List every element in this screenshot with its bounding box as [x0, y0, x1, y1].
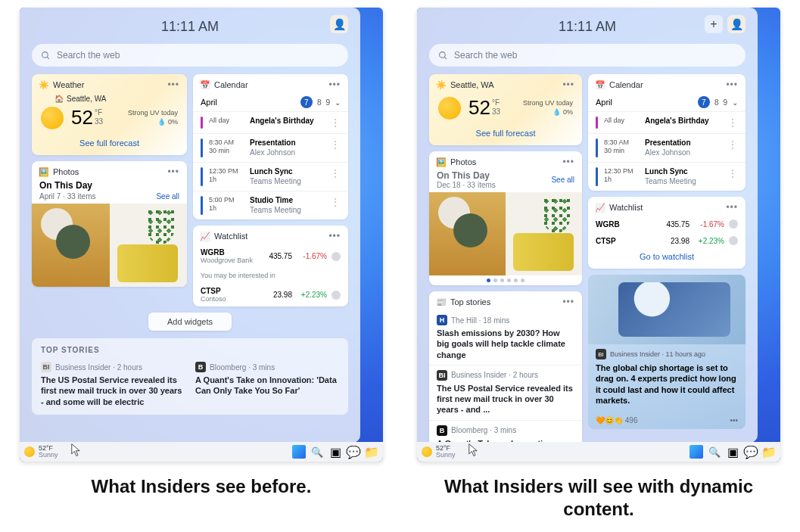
- photos-grid[interactable]: [32, 204, 187, 287]
- start-button[interactable]: [292, 445, 306, 459]
- svg-line-1: [47, 57, 49, 59]
- more-icon[interactable]: •••: [730, 416, 738, 425]
- feature-image: [588, 275, 746, 344]
- watchlist-card[interactable]: 📈Watchlist ••• WGRB435.75-1.67% CTSP23.9…: [588, 197, 746, 269]
- photos-icon: 🖼️: [39, 167, 48, 176]
- calendar-event[interactable]: 12:30 PM1h Lunch SyncTeams Meeting ⋮: [588, 162, 746, 191]
- more-icon[interactable]: •••: [726, 202, 738, 213]
- search-icon: [41, 51, 51, 61]
- task-view-icon[interactable]: ▣: [726, 445, 739, 459]
- photos-icon: 🖼️: [437, 157, 446, 166]
- explorer-icon[interactable]: 📁: [365, 445, 378, 459]
- calendar-event[interactable]: 12:30 PM1h Lunch SyncTeams Meeting ⋮: [193, 162, 348, 191]
- watchlist-icon: 📈: [596, 203, 605, 212]
- more-icon[interactable]: •••: [562, 297, 574, 307]
- top-stories-card: TOP STORIES BIBusiness Insider · 2 hours…: [32, 338, 348, 415]
- news-icon: 📰: [437, 297, 446, 306]
- explorer-icon[interactable]: 📁: [762, 445, 776, 459]
- weather-location: 🏠Seattle, WA: [32, 93, 187, 103]
- feature-story-card[interactable]: BIBusiness Insider · 11 hours ago The gl…: [588, 275, 746, 429]
- avatar[interactable]: 👤: [330, 15, 348, 33]
- calendar-card[interactable]: 📅Calendar ••• April 7 8 9 ⌄: [193, 74, 348, 219]
- weather-card[interactable]: ☀️Weather ••• 🏠Seattle, WA 52°F33 Strong…: [32, 74, 187, 155]
- calendar-event[interactable]: 5:00 PM1h Studio TimeTeams Meeting ⋮: [193, 191, 348, 219]
- caption-left: What Insiders see before.: [92, 475, 312, 498]
- reactions[interactable]: 🧡😊👏 496: [596, 416, 637, 425]
- widgets-panel: 11:11 AM 👤 Search the web ☀️Weather •••: [20, 8, 360, 443]
- calendar-dates[interactable]: 7 8 9 ⌄: [300, 96, 341, 108]
- top-stories-label: TOP STORIES: [41, 346, 339, 354]
- taskbar-search-icon[interactable]: 🔍: [310, 445, 324, 459]
- caption-right: What Insiders will see with dynamic cont…: [440, 475, 758, 521]
- photos-card[interactable]: 🖼️Photos ••• On This DayDec 18 · 33 item…: [429, 151, 582, 285]
- panel-time: 11:11 AM: [559, 19, 616, 35]
- chevron-down-icon[interactable]: ⌄: [335, 98, 341, 107]
- more-icon[interactable]: •••: [726, 79, 738, 90]
- photos-title: Photos: [53, 167, 79, 176]
- add-widgets-button[interactable]: Add widgets: [148, 313, 232, 331]
- more-icon[interactable]: •••: [167, 79, 179, 90]
- calendar-icon: 📅: [201, 80, 210, 89]
- task-view-icon[interactable]: ▣: [328, 445, 342, 459]
- watchlist-card[interactable]: 📈Watchlist ••• WGRBWoodgrove Bank 435.75…: [193, 226, 348, 306]
- calendar-month: April: [201, 98, 217, 107]
- sun-icon: [41, 107, 64, 129]
- taskbar[interactable]: 52°FSunny 🔍 ▣ 💬 📁: [417, 442, 780, 462]
- weather-location: Seattle, WA: [450, 80, 494, 89]
- story-item[interactable]: BBloomberg · 3 minsA Quant's Take on Inn…: [429, 420, 582, 443]
- right-desktop: 11:11 AM + 👤 Search the web ☀️Seattle, W…: [417, 8, 780, 462]
- see-all-link[interactable]: See all: [551, 176, 574, 184]
- top-stories-card[interactable]: 📰Top stories ••• HThe Hill · 18 minsSlas…: [429, 291, 582, 443]
- see-forecast-link[interactable]: See full forecast: [32, 135, 187, 155]
- carousel-dots[interactable]: [429, 275, 582, 285]
- chat-icon[interactable]: 💬: [744, 445, 758, 459]
- sun-icon: [24, 446, 35, 457]
- taskbar-search-icon[interactable]: 🔍: [708, 445, 721, 459]
- taskbar-weather[interactable]: 52°FSunny: [24, 445, 58, 459]
- chevron-down-icon[interactable]: ⌄: [732, 98, 738, 107]
- widgets-panel: 11:11 AM + 👤 Search the web ☀️Seattle, W…: [417, 8, 758, 443]
- start-button[interactable]: [689, 445, 703, 459]
- story-item[interactable]: HThe Hill · 18 minsSlash emissions by 20…: [429, 310, 582, 365]
- calendar-event[interactable]: 8:30 AM30 min PresentationAlex Johnson ⋮: [588, 133, 746, 162]
- add-button[interactable]: +: [705, 15, 723, 33]
- taskbar-weather[interactable]: 52°FSunny: [422, 445, 456, 459]
- left-desktop: 11:11 AM 👤 Search the web ☀️Weather •••: [20, 8, 383, 462]
- svg-point-0: [42, 51, 48, 58]
- more-icon[interactable]: •••: [167, 166, 179, 177]
- calendar-event[interactable]: 8:30 AM30 min PresentationAlex Johnson ⋮: [193, 133, 348, 162]
- weather-icon: ☀️: [437, 80, 446, 89]
- search-input[interactable]: Search the web: [32, 44, 348, 67]
- cursor-icon: [468, 443, 479, 457]
- weather-card[interactable]: ☀️Seattle, WA ••• 52°F33 Strong UV today…: [429, 74, 582, 145]
- story-item[interactable]: BIBusiness Insider · 2 hours The US Post…: [41, 362, 185, 407]
- more-icon[interactable]: •••: [562, 79, 574, 90]
- watchlist-note: You may be interested in: [201, 272, 275, 279]
- story-item[interactable]: BIBusiness Insider · 2 hoursThe US Posta…: [429, 365, 582, 420]
- weather-temp: 52: [71, 106, 93, 129]
- taskbar[interactable]: 52°FSunny 🔍 ▣ 💬 📁: [20, 442, 383, 462]
- calendar-event[interactable]: All day Angela's Birthday ⋮: [588, 111, 746, 133]
- chat-icon[interactable]: 💬: [347, 445, 360, 459]
- calendar-card[interactable]: 📅Calendar ••• April 7 8 9 ⌄: [588, 74, 746, 191]
- svg-point-2: [440, 51, 446, 58]
- weather-title: Weather: [53, 80, 84, 89]
- more-icon[interactable]: •••: [328, 79, 341, 90]
- photos-grid[interactable]: [429, 192, 582, 275]
- search-input[interactable]: Search the web: [429, 44, 746, 67]
- more-icon[interactable]: •••: [328, 231, 341, 241]
- calendar-event[interactable]: All day Angela's Birthday ⋮: [193, 111, 348, 133]
- calendar-dates[interactable]: 7 8 9 ⌄: [698, 96, 738, 108]
- see-all-link[interactable]: See all: [156, 192, 179, 201]
- watchlist-link[interactable]: Go to watchlist: [588, 249, 746, 269]
- more-icon[interactable]: •••: [562, 157, 574, 167]
- photos-meta: April 7 · 33 items: [39, 192, 95, 201]
- search-icon: [438, 51, 448, 61]
- search-placeholder: Search the web: [57, 50, 120, 61]
- photos-card[interactable]: 🖼️Photos ••• On This Day April 7 · 33 it…: [32, 161, 187, 287]
- watchlist-title: Watchlist: [214, 232, 247, 241]
- watchlist-icon: 📈: [201, 232, 210, 241]
- avatar[interactable]: 👤: [727, 15, 746, 33]
- see-forecast-link[interactable]: See full forecast: [429, 126, 582, 145]
- story-item[interactable]: BBloomberg · 3 mins A Quant's Take on In…: [195, 362, 339, 407]
